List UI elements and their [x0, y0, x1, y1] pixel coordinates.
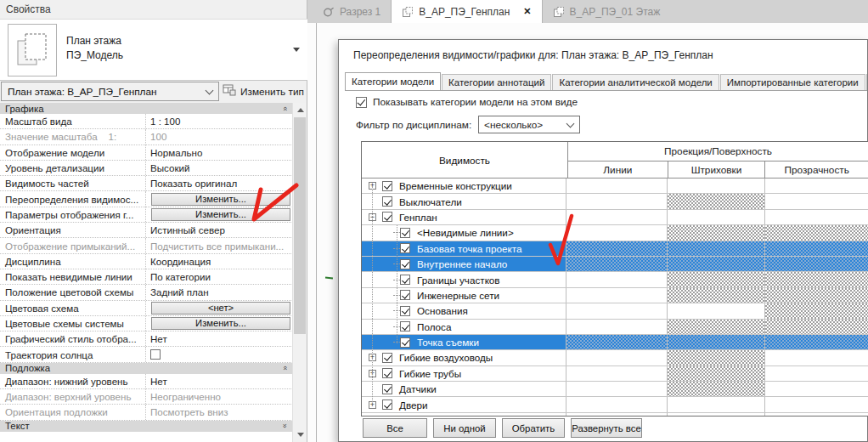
override-cell-transparency[interactable] — [765, 210, 868, 224]
dialog-tab[interactable]: Категории аналитической модели — [552, 74, 719, 90]
category-checkbox[interactable] — [382, 368, 392, 378]
override-cell-lines[interactable] — [566, 194, 667, 208]
property-value-cell[interactable]: 100 — [146, 129, 293, 144]
category-checkbox[interactable] — [400, 290, 410, 300]
dialog-button[interactable]: Обратить — [502, 418, 565, 438]
view-tab[interactable]: В_АР_ПЭ_01 Этаж — [543, 0, 671, 23]
category-row[interactable]: Базовая точка проекта — [362, 241, 868, 257]
dialog-tab[interactable]: Фильтры — [866, 74, 867, 90]
override-cell-patterns[interactable] — [668, 320, 765, 334]
override-cell-transparency[interactable] — [765, 288, 868, 303]
section-header[interactable]: Текст« — [0, 421, 293, 432]
edit-type-button[interactable]: Изменить тип — [223, 84, 304, 99]
category-row[interactable]: Инженерные сети — [362, 288, 868, 303]
override-cell-patterns[interactable] — [668, 303, 765, 318]
override-cell-patterns[interactable] — [668, 382, 765, 396]
override-cell-lines[interactable] — [566, 272, 667, 286]
category-row[interactable]: −Генплан — [362, 210, 868, 225]
properties-scrollbar[interactable] — [292, 103, 307, 442]
override-cell-patterns[interactable] — [668, 350, 765, 365]
dialog-tab[interactable]: Категории аннотаций — [442, 74, 551, 90]
property-value-cell[interactable]: Показать оригинал — [146, 176, 293, 190]
instance-selector[interactable]: План этажа: В_АР_ПЭ_Генплан — [1, 82, 219, 101]
override-cell-transparency[interactable] — [765, 335, 868, 349]
expand-plus-icon[interactable]: + — [369, 370, 376, 377]
override-cell-lines[interactable] — [566, 178, 667, 193]
dialog-tab[interactable]: Импортированные категории — [720, 74, 865, 90]
property-value-cell[interactable]: Нормально — [146, 145, 293, 160]
property-value-cell[interactable]: Высокий — [146, 161, 293, 175]
override-cell-lines[interactable] — [566, 320, 667, 334]
property-value-cell[interactable]: Подчистить все примыкани... — [146, 238, 293, 252]
dialog-tab[interactable]: Категории модели — [345, 72, 441, 91]
category-checkbox[interactable] — [400, 243, 410, 253]
category-checkbox[interactable] — [382, 212, 392, 222]
override-cell-lines[interactable] — [566, 335, 667, 349]
override-cell-patterns[interactable] — [668, 288, 765, 303]
dialog-button[interactable]: Развернуть все — [571, 418, 642, 438]
override-cell-transparency[interactable] — [765, 178, 868, 193]
override-cell-lines[interactable] — [566, 366, 667, 381]
override-cell-patterns[interactable] — [668, 257, 765, 271]
dialog-button[interactable]: Ни одной — [433, 418, 496, 438]
override-cell-lines[interactable] — [566, 288, 667, 303]
property-value-cell[interactable]: Задний план — [146, 285, 293, 299]
override-cell-patterns[interactable] — [668, 413, 765, 416]
category-row[interactable]: +Временные конструкции — [362, 178, 868, 194]
category-row[interactable]: Датчики — [362, 382, 868, 397]
type-selector[interactable]: План этажа ПЭ_Модель — [0, 19, 307, 81]
section-collapse-icon[interactable]: « — [282, 366, 290, 371]
override-cell-transparency[interactable] — [765, 303, 868, 318]
property-value-cell[interactable]: По категории — [146, 269, 293, 284]
override-cell-lines[interactable] — [566, 241, 667, 256]
override-cell-lines[interactable] — [566, 397, 667, 411]
category-checkbox[interactable] — [382, 196, 392, 207]
override-cell-transparency[interactable] — [765, 320, 868, 334]
property-value-cell[interactable]: Посмотреть вниз — [146, 405, 293, 419]
property-checkbox[interactable] — [150, 349, 161, 360]
scrollbar-thumb[interactable] — [294, 117, 306, 334]
category-checkbox[interactable] — [400, 321, 410, 332]
property-edit-button[interactable]: Изменить... — [151, 317, 290, 330]
expand-plus-icon[interactable]: + — [369, 182, 376, 190]
override-cell-transparency[interactable] — [765, 241, 868, 256]
override-cell-transparency[interactable] — [765, 397, 868, 411]
override-cell-patterns[interactable] — [668, 241, 765, 256]
category-checkbox[interactable] — [382, 384, 392, 394]
category-checkbox[interactable] — [382, 353, 392, 363]
section-header[interactable]: Подложка« — [0, 363, 293, 374]
override-cell-lines[interactable] — [566, 350, 667, 365]
scroll-up-icon[interactable] — [293, 103, 307, 117]
override-cell-transparency[interactable] — [765, 413, 868, 416]
property-value-cell[interactable]: Координация — [146, 254, 293, 269]
category-row[interactable]: Точка съемки — [362, 335, 868, 350]
category-checkbox[interactable] — [400, 259, 410, 269]
category-checkbox[interactable] — [400, 337, 410, 348]
override-cell-transparency[interactable] — [765, 272, 868, 286]
property-value-cell[interactable]: Истинный север — [146, 223, 293, 237]
category-row[interactable]: Основания — [362, 303, 868, 319]
category-row[interactable]: +Гибкие трубы — [362, 366, 868, 382]
override-cell-patterns[interactable] — [668, 194, 765, 208]
override-cell-transparency[interactable] — [765, 257, 868, 271]
section-collapse-icon[interactable]: « — [282, 106, 290, 110]
view-tab[interactable]: Разрез 1 — [313, 0, 391, 23]
category-checkbox[interactable] — [400, 306, 410, 316]
property-value-cell[interactable]: Нет — [146, 374, 293, 388]
override-cell-lines[interactable] — [566, 303, 667, 318]
override-cell-patterns[interactable] — [668, 210, 765, 224]
override-cell-transparency[interactable] — [765, 366, 868, 381]
category-row[interactable]: +Гибкие воздуховоды — [362, 350, 868, 366]
property-value-cell[interactable]: 1 : 100 — [146, 114, 293, 128]
override-cell-patterns[interactable] — [668, 397, 765, 411]
category-row[interactable]: + — [362, 413, 868, 416]
scroll-down-icon[interactable] — [293, 428, 307, 442]
checkbox-checked-icon[interactable] — [356, 97, 367, 108]
override-cell-patterns[interactable] — [668, 335, 765, 349]
expand-plus-icon[interactable]: + — [369, 401, 376, 409]
property-value-cell[interactable]: Неограниченно — [146, 389, 293, 404]
override-cell-transparency[interactable] — [765, 350, 868, 365]
category-row[interactable]: Внутреннее начало — [362, 257, 868, 272]
category-row[interactable]: Границы участков — [362, 272, 868, 287]
override-cell-patterns[interactable] — [668, 272, 765, 286]
